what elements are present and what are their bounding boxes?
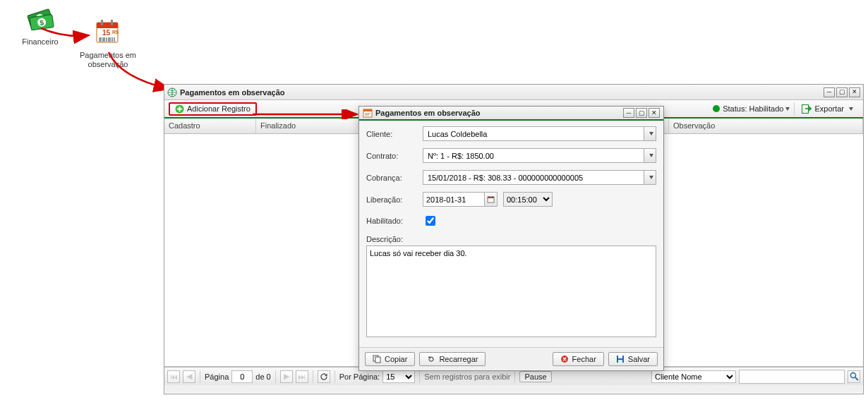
add-icon xyxy=(175,104,184,114)
column-header-cadastro[interactable]: Cadastro xyxy=(164,119,256,133)
dialog-footer: Copiar Recarregar Fechar Salvar xyxy=(359,347,663,370)
label-liberacao: Liberação: xyxy=(366,195,423,204)
svg-rect-8 xyxy=(101,20,103,25)
dialog-maximize-button[interactable]: ▢ xyxy=(636,108,647,118)
pager-next-button[interactable]: ▶ xyxy=(280,370,293,383)
window-header[interactable]: Pagamentos em observação ─ ▢ ✕ xyxy=(164,85,863,100)
habilitado-checkbox[interactable] xyxy=(426,216,435,226)
recarregar-button[interactable]: Recarregar xyxy=(419,352,486,366)
money-icon: $ $ xyxy=(23,2,57,36)
window-maximize-button[interactable]: ▢ xyxy=(836,87,848,97)
pager-page-input[interactable] xyxy=(231,370,253,383)
dialog-body: Cliente: Contrato: Cobrança: Liberação: xyxy=(359,121,663,347)
copiar-label: Copiar xyxy=(385,355,407,363)
window-minimize-button[interactable]: ─ xyxy=(824,87,835,97)
refresh-icon xyxy=(320,372,328,381)
search-field-select[interactable]: Cliente Nome xyxy=(651,370,736,383)
desktop-icon-label: Pagamentos em observação xyxy=(76,51,140,69)
copiar-button[interactable]: Copiar xyxy=(365,352,415,366)
svg-rect-28 xyxy=(363,109,372,111)
form-icon xyxy=(363,109,373,118)
fechar-label: Fechar xyxy=(572,355,596,363)
svg-line-25 xyxy=(855,377,858,380)
salvar-label: Salvar xyxy=(628,355,650,363)
svg-rect-9 xyxy=(111,20,113,25)
search-button[interactable] xyxy=(848,370,860,383)
label-cobranca: Cobrança: xyxy=(366,174,423,182)
descricao-textarea[interactable]: Lucas só vai receber dia 30. xyxy=(366,246,656,337)
reload-icon xyxy=(427,355,435,363)
label-cliente: Cliente: xyxy=(366,130,423,138)
dialog-minimize-button[interactable]: ─ xyxy=(623,108,634,118)
search-input[interactable] xyxy=(739,370,845,384)
chevron-down-icon xyxy=(649,176,653,179)
liberacao-date-picker-button[interactable] xyxy=(485,192,498,207)
contrato-input[interactable] xyxy=(423,148,644,163)
window-title: Pagamentos em observação xyxy=(180,88,285,97)
contrato-dropdown-button[interactable] xyxy=(644,148,656,163)
column-header-observacao[interactable]: Observação xyxy=(669,119,863,133)
status-dot-icon xyxy=(713,105,720,112)
desktop-icon-pagamentos-observacao[interactable]: 15 R$ Pagamentos em observação xyxy=(76,16,140,69)
desktop-icon-label: Financeiro xyxy=(8,37,72,47)
desktop-icon-financeiro[interactable]: $ $ Financeiro xyxy=(8,2,72,47)
status-indicator[interactable]: Status: Habilitado xyxy=(713,104,790,113)
svg-rect-32 xyxy=(488,197,494,198)
svg-rect-40 xyxy=(618,360,622,363)
calendar-icon xyxy=(487,195,495,203)
pager-refresh-button[interactable] xyxy=(318,370,330,383)
pager-last-button[interactable]: ⏭ xyxy=(296,370,308,383)
contrato-combo[interactable] xyxy=(423,148,656,163)
cobranca-input[interactable] xyxy=(423,170,644,185)
liberacao-time-select[interactable]: 00:15:00 xyxy=(503,192,553,207)
svg-rect-36 xyxy=(375,357,380,363)
dialog-close-button[interactable]: ✕ xyxy=(649,108,660,118)
pager-page-label: Página xyxy=(205,372,229,381)
close-icon xyxy=(560,355,569,363)
cobranca-dropdown-button[interactable] xyxy=(644,170,656,185)
svg-rect-7 xyxy=(97,23,118,28)
cobranca-combo[interactable] xyxy=(423,170,656,185)
dialog-header[interactable]: Pagamentos em observação ─ ▢ ✕ xyxy=(359,107,663,121)
chevron-down-icon xyxy=(649,132,653,135)
svg-text:R$: R$ xyxy=(112,30,119,35)
save-icon xyxy=(616,355,625,363)
liberacao-date-input[interactable] xyxy=(423,192,485,207)
add-record-label: Adicionar Registro xyxy=(187,104,251,113)
pager-per-page-select[interactable]: 15 xyxy=(382,370,415,383)
salvar-button[interactable]: Salvar xyxy=(608,352,658,366)
chevron-down-icon xyxy=(649,154,653,157)
label-habilitado: Habilitado: xyxy=(366,217,423,225)
pager-per-page-label: Por Página: xyxy=(339,372,380,381)
status-label: Status: Habilitado xyxy=(723,104,783,113)
calendar-barcode-icon: 15 R$ xyxy=(91,16,125,49)
export-button[interactable]: Exportar xyxy=(796,103,859,115)
cliente-combo[interactable] xyxy=(423,126,656,141)
svg-rect-39 xyxy=(618,356,622,358)
add-record-button[interactable]: Adicionar Registro xyxy=(169,102,257,116)
fechar-button[interactable]: Fechar xyxy=(553,352,604,366)
cliente-input[interactable] xyxy=(423,126,644,141)
label-descricao: Descrição: xyxy=(366,235,656,243)
pager-pause-button[interactable]: Pause xyxy=(519,371,551,382)
app-globe-icon xyxy=(167,87,177,97)
pager-first-button[interactable]: ⏮ xyxy=(167,370,180,383)
dialog-title: Pagamentos em observação xyxy=(375,109,481,117)
search-icon xyxy=(850,372,859,381)
svg-text:15: 15 xyxy=(102,29,111,37)
cliente-dropdown-button[interactable] xyxy=(644,126,656,141)
chevron-down-icon xyxy=(849,107,853,111)
export-label: Exportar xyxy=(814,104,844,113)
pager-prev-button[interactable]: ◀ xyxy=(183,370,195,383)
pager-empty-text: Sem registros para exibir xyxy=(424,372,510,381)
recarregar-label: Recarregar xyxy=(439,355,478,363)
copy-icon xyxy=(373,355,381,363)
dialog-pagamentos: Pagamentos em observação ─ ▢ ✕ Cliente: … xyxy=(358,106,664,371)
svg-point-24 xyxy=(850,372,855,377)
export-icon xyxy=(802,104,812,114)
pager-page-of: de 0 xyxy=(255,372,270,381)
chevron-down-icon xyxy=(785,107,790,111)
window-close-button[interactable]: ✕ xyxy=(849,87,860,97)
label-contrato: Contrato: xyxy=(366,152,423,160)
